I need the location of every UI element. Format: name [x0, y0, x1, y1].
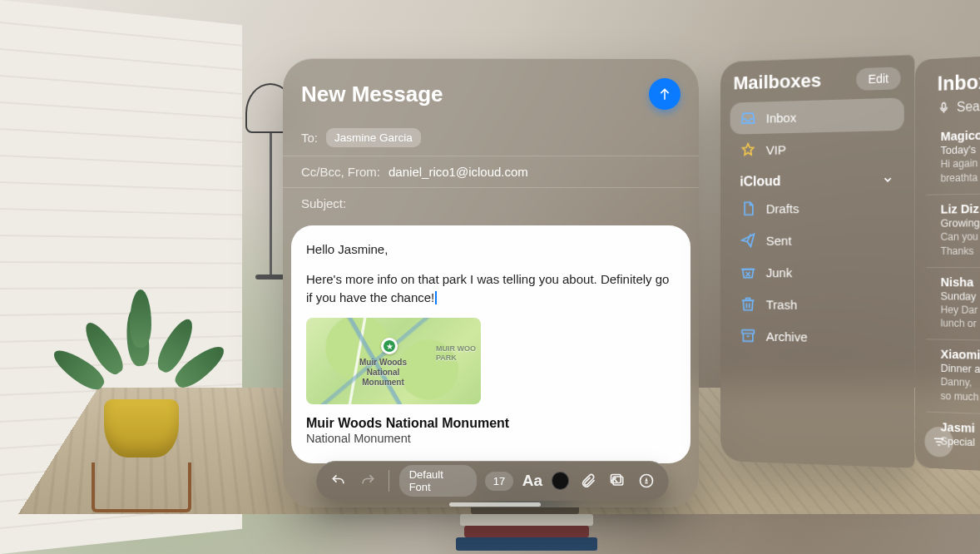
mailbox-label: Sent [766, 233, 792, 247]
inbox-panel: Inbox Search MagicoToday'sHi again breat… [915, 52, 980, 476]
insert-photo-button[interactable] [606, 470, 627, 492]
inbox-tray-icon [740, 110, 756, 127]
search-placeholder: Search [957, 98, 980, 115]
redo-button [357, 470, 378, 492]
trash-icon [740, 295, 756, 312]
inbox-message[interactable]: XiaomiDinner aDanny, so much [926, 339, 980, 417]
paperclip-icon [580, 472, 596, 489]
mailbox-item-drafts[interactable]: Drafts [730, 190, 904, 225]
undo-button[interactable] [328, 470, 349, 492]
message-body[interactable]: Hello Jasmine, Here's more info on that … [291, 225, 690, 463]
mailboxes-panel: Mailboxes Edit Inbox VIP iCloud Drafts S… [720, 54, 914, 467]
attachment-subtitle: National Monument [306, 432, 676, 445]
chevron-down-icon [882, 174, 893, 186]
mailbox-label: VIP [766, 142, 786, 157]
mailbox-item-trash[interactable]: Trash [730, 288, 904, 321]
arrow-up-icon [657, 87, 672, 101]
text-format-icon: Aa [522, 472, 542, 490]
map-label-main: Muir Woods National Monument [359, 358, 407, 388]
mailbox-item-sent[interactable]: Sent [730, 223, 904, 256]
compose-window: New Message To: Jasmine Garcia Cc/Bcc, F… [283, 58, 699, 507]
message-preview: Can you Thanks [941, 229, 980, 258]
inbox-title: Inbox [938, 66, 980, 96]
mailbox-item-junk[interactable]: Junk [730, 256, 904, 289]
archive-box-icon [740, 327, 756, 344]
mailbox-label: Inbox [766, 110, 796, 125]
message-preview: Hey Dar lunch or [941, 303, 980, 334]
text-cursor [435, 291, 437, 304]
inbox-message[interactable]: Nisha SundayHey Dar lunch or [926, 267, 980, 342]
mailboxes-title: Mailboxes [734, 70, 821, 95]
toolbar-separator [389, 470, 389, 492]
subject-field[interactable]: Subject: [283, 188, 699, 219]
svg-rect-5 [943, 103, 946, 110]
inbox-message[interactable]: MagicoToday'sHi again breathta [926, 117, 980, 194]
attach-button[interactable] [577, 470, 598, 492]
home-indicator [449, 502, 541, 507]
undo-icon [330, 472, 347, 489]
mailbox-section-icloud[interactable]: iCloud [730, 163, 904, 193]
paper-plane-icon [740, 232, 756, 249]
body-greeting: Hello Jasmine, [306, 240, 676, 259]
to-field[interactable]: To: Jasmine Garcia [283, 120, 699, 156]
ccbcc-from-field[interactable]: Cc/Bcc, From: daniel_rico1@icloud.com [283, 156, 699, 188]
message-preview: Hi again breathta [941, 154, 980, 185]
format-toolbar: Default Font 17 Aa [316, 461, 669, 501]
map-pin-icon [381, 338, 398, 354]
mailbox-item-archive[interactable]: Archive [730, 319, 904, 354]
from-value: daniel_rico1@icloud.com [389, 165, 528, 179]
font-name-picker[interactable]: Default Font [399, 465, 477, 497]
message-subject: Growing [941, 215, 980, 230]
mailbox-label: Drafts [766, 200, 799, 215]
message-subject: Sunday [941, 289, 980, 304]
subject-label: Subject: [301, 196, 346, 210]
svg-rect-4 [742, 330, 755, 334]
recipient-chip[interactable]: Jasmine Garcia [326, 128, 421, 147]
star-icon [740, 141, 756, 159]
mailbox-label: Archive [766, 329, 808, 344]
markup-button[interactable] [636, 470, 657, 492]
redo-icon [359, 472, 376, 489]
attachment-title: Muir Woods National Monument [306, 416, 676, 431]
text-format-button[interactable]: Aa [522, 470, 542, 492]
message-from: Liz Diz [941, 200, 980, 216]
body-paragraph: Here's more info on that park I was tell… [306, 270, 676, 307]
inbox-message[interactable]: Liz DizGrowingCan you Thanks [926, 191, 980, 266]
message-from: Magico [941, 125, 980, 143]
compose-title: New Message [301, 82, 443, 107]
mailbox-item-inbox[interactable]: Inbox [730, 97, 904, 134]
edit-button[interactable]: Edit [856, 67, 901, 91]
to-label: To: [301, 131, 318, 145]
markup-icon [638, 472, 655, 489]
message-preview: Danny, so much [941, 375, 980, 408]
search-input[interactable]: Search [938, 95, 980, 116]
ccbcc-label: Cc/Bcc, From: [301, 165, 380, 179]
filter-button[interactable] [924, 426, 953, 458]
junk-bin-icon [740, 264, 756, 280]
filter-lines-icon [932, 434, 946, 450]
text-color-button[interactable] [552, 472, 569, 490]
document-icon [740, 200, 756, 217]
map-attachment-thumbnail[interactable]: Muir Woods National Monument MUIR WOO PA… [306, 318, 481, 404]
photo-stack-icon [609, 472, 626, 489]
send-button[interactable] [649, 78, 681, 110]
font-size-picker[interactable]: 17 [485, 472, 513, 491]
mailbox-item-vip[interactable]: VIP [730, 131, 904, 166]
microphone-icon [938, 101, 950, 115]
mailbox-label: Junk [766, 265, 792, 279]
map-label-side: MUIR WOO PARK [436, 344, 476, 363]
mailbox-label: Trash [766, 297, 798, 311]
message-from: Nisha [941, 275, 980, 289]
